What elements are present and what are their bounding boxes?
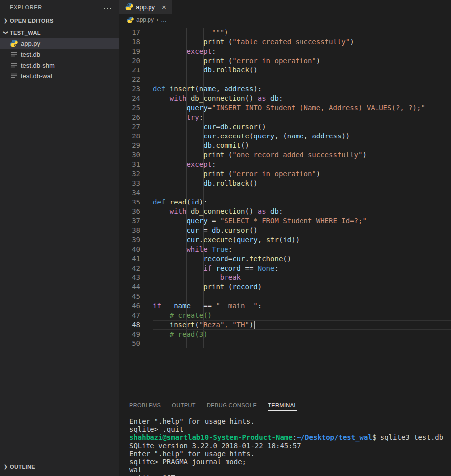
code-text: query = "SELECT * FROM Student WHERE Id=… [153, 216, 451, 226]
file-item-test.db-shm[interactable]: test.db-shm [0, 60, 119, 70]
code-line-46[interactable]: 46if __name__ == "__main__": [119, 301, 451, 311]
code-line-17[interactable]: 17 """) [119, 28, 451, 37]
line-number: 31 [119, 160, 153, 169]
breadcrumb-separator: › [156, 16, 158, 23]
close-icon[interactable]: × [161, 3, 167, 11]
clipped-section-header [0, 472, 119, 476]
code-text [153, 188, 451, 198]
code-text: if __name__ == "__main__": [153, 301, 451, 311]
code-text: db.rollback() [153, 66, 451, 75]
file-item-app.py[interactable]: app.py [0, 38, 119, 49]
line-number: 46 [119, 301, 153, 311]
file-tree: app.pytest.dbtest.db-shmtest.db-wal [0, 38, 119, 81]
code-line-44[interactable]: 44 print (record) [119, 282, 451, 292]
folder-header-test-wal[interactable]: ❯ TEST_WAL [0, 27, 119, 38]
file-name: test.db-shm [21, 62, 55, 69]
line-number: 39 [119, 235, 153, 245]
code-line-22[interactable]: 22 [119, 75, 451, 84]
code-line-21[interactable]: 21 db.rollback() [119, 66, 451, 75]
code-line-45[interactable]: 45 [119, 292, 451, 301]
code-text: cur=db.cursor() [153, 122, 451, 132]
code-text: print ("error in operation") [153, 56, 451, 66]
terminal[interactable]: Enter ".help" for usage hints.sqlite> .q… [119, 414, 451, 476]
code-text: # create() [153, 311, 451, 320]
code-line-48[interactable]: 48 insert("Reza", "TH") [119, 320, 451, 330]
line-number: 19 [119, 47, 153, 56]
line-number: 50 [119, 339, 153, 348]
code-line-18[interactable]: 18 print ("table created successfully") [119, 37, 451, 47]
code-text: db.commit() [153, 141, 451, 150]
python-file-icon [10, 39, 18, 47]
sidebar-bottom-sections: ❯ OUTLINE [0, 461, 119, 476]
sidebar-title-row: EXPLORER ··· [0, 0, 119, 15]
line-number: 17 [119, 28, 153, 37]
line-number: 23 [119, 84, 153, 94]
code-line-47[interactable]: 47 # create() [119, 311, 451, 320]
code-line-42[interactable]: 42 if record == None: [119, 264, 451, 273]
code-line-49[interactable]: 49 # read(3) [119, 330, 451, 339]
tab-app-py[interactable]: app.py × [119, 0, 173, 14]
line-number: 24 [119, 94, 153, 103]
code-line-39[interactable]: 39 cur.execute(query, str(id)) [119, 235, 451, 245]
code-line-19[interactable]: 19 except: [119, 47, 451, 56]
code-line-23[interactable]: 23def insert(name, address): [119, 84, 451, 94]
code-line-36[interactable]: 36 with db_connection() as db: [119, 207, 451, 216]
code-text: def insert(name, address): [153, 84, 451, 94]
code-line-41[interactable]: 41 record=cur.fetchone() [119, 254, 451, 264]
code-text: cur = db.cursor() [153, 226, 451, 235]
panel-tab-bar: PROBLEMSOUTPUTDEBUG CONSOLETERMINAL [119, 397, 451, 414]
line-number: 29 [119, 141, 153, 150]
code-line-43[interactable]: 43 break [119, 273, 451, 282]
chevron-right-icon: ❯ [2, 18, 10, 23]
terminal-line: SQLite version 3.22.0 2018-01-22 18:45:5… [129, 442, 451, 450]
file-icon [10, 61, 18, 69]
bottom-panel: PROBLEMSOUTPUTDEBUG CONSOLETERMINAL Ente… [119, 397, 451, 476]
code-text [153, 292, 451, 301]
code-line-27[interactable]: 27 cur=db.cursor() [119, 122, 451, 132]
code-line-25[interactable]: 25 query="INSERT INTO Student (Name, Add… [119, 103, 451, 113]
code-line-40[interactable]: 40 while True: [119, 245, 451, 254]
code-text: print ("error in operation") [153, 169, 451, 179]
code-line-28[interactable]: 28 cur.execute(query, (name, address)) [119, 132, 451, 141]
outline-header[interactable]: ❯ OUTLINE [0, 461, 119, 472]
code-line-26[interactable]: 26 try: [119, 113, 451, 122]
code-line-31[interactable]: 31 except: [119, 160, 451, 169]
code-text [153, 75, 451, 84]
code-line-33[interactable]: 33 db.rollback() [119, 179, 451, 188]
code-line-24[interactable]: 24 with db_connection() as db: [119, 94, 451, 103]
line-number: 36 [119, 207, 153, 216]
code-line-32[interactable]: 32 print ("error in operation") [119, 169, 451, 179]
text-cursor [254, 321, 255, 329]
code-line-35[interactable]: 35def read(id): [119, 198, 451, 207]
open-editors-header[interactable]: ❯ OPEN EDITORS [0, 15, 119, 27]
breadcrumb[interactable]: app.py › … [119, 14, 451, 26]
code-line-50[interactable]: 50 [119, 339, 451, 348]
line-number: 32 [119, 169, 153, 179]
line-number: 40 [119, 245, 153, 254]
line-number: 45 [119, 292, 153, 301]
code-text: # read(3) [153, 330, 451, 339]
code-line-37[interactable]: 37 query = "SELECT * FROM Student WHERE … [119, 216, 451, 226]
panel-tab-output[interactable]: OUTPUT [172, 400, 196, 411]
line-number: 21 [119, 66, 153, 75]
code-line-34[interactable]: 34 [119, 188, 451, 198]
breadcrumb-more[interactable]: … [161, 16, 167, 23]
code-line-38[interactable]: 38 cur = db.cursor() [119, 226, 451, 235]
line-number: 48 [119, 320, 153, 330]
code-editor[interactable]: 17 """)18 print ("table created successf… [119, 26, 451, 397]
code-text: db.rollback() [153, 179, 451, 188]
file-item-test.db[interactable]: test.db [0, 49, 119, 60]
code-text: break [153, 273, 451, 282]
code-text: except: [153, 160, 451, 169]
file-item-test.db-wal[interactable]: test.db-wal [0, 70, 119, 81]
line-number: 43 [119, 273, 153, 282]
panel-tab-terminal[interactable]: TERMINAL [268, 400, 297, 411]
code-line-29[interactable]: 29 db.commit() [119, 141, 451, 150]
panel-tab-problems[interactable]: PROBLEMS [129, 400, 161, 411]
line-number: 38 [119, 226, 153, 235]
code-line-30[interactable]: 30 print ("one record added successfully… [119, 150, 451, 160]
panel-tab-debug-console[interactable]: DEBUG CONSOLE [207, 400, 257, 411]
terminal-line: sqlite> PRAGMA journal_mode; [129, 458, 451, 466]
code-line-20[interactable]: 20 print ("error in operation") [119, 56, 451, 66]
more-actions-icon[interactable]: ··· [103, 3, 112, 12]
